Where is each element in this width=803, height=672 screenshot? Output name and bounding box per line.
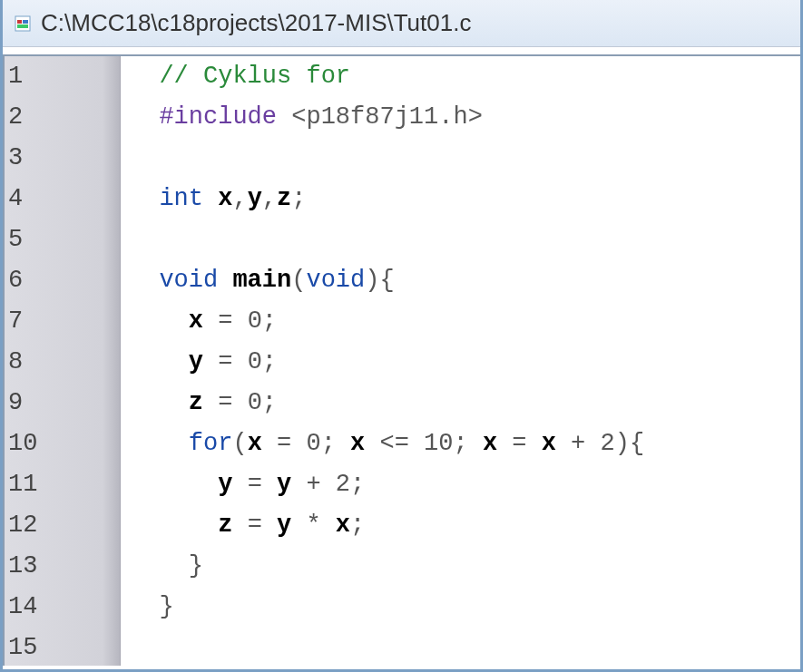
- code-line[interactable]: for(x = 0; x <= 10; x = x + 2){: [121, 424, 800, 464]
- code-line[interactable]: [121, 138, 800, 179]
- function-name-token: main: [232, 267, 291, 294]
- line-number: 13: [5, 546, 120, 587]
- line-number: 9: [5, 383, 120, 424]
- line-number: 6: [5, 260, 120, 301]
- code-line[interactable]: y = 0;: [121, 342, 800, 383]
- document-icon: [14, 15, 32, 33]
- code-line[interactable]: }: [121, 546, 800, 587]
- svg-rect-3: [17, 24, 28, 28]
- svg-rect-1: [17, 20, 22, 24]
- window-title: C:\MCC18\c18projects\2017-MIS\Tut01.c: [41, 9, 471, 37]
- keyword-token: int: [159, 185, 203, 212]
- editor-window: C:\MCC18\c18projects\2017-MIS\Tut01.c 1 …: [0, 0, 803, 672]
- line-number: 5: [5, 219, 120, 260]
- line-number: 1: [5, 56, 120, 97]
- svg-rect-2: [23, 20, 28, 24]
- line-number: 14: [5, 587, 120, 628]
- code-line[interactable]: y = y + 2;: [121, 464, 800, 505]
- line-number: 8: [5, 342, 120, 383]
- code-line[interactable]: [121, 219, 800, 260]
- code-line[interactable]: void main(void){: [121, 260, 800, 301]
- code-line[interactable]: #include <p18f87j11.h>: [121, 97, 800, 138]
- comment-token: // Cyklus for: [159, 63, 350, 90]
- code-line[interactable]: x = 0;: [121, 301, 800, 342]
- line-number: 4: [5, 179, 120, 219]
- line-number: 10: [5, 424, 120, 464]
- line-number: 2: [5, 97, 120, 138]
- line-number-gutter: 1 2 3 4 5 6 7 8 9 10 11 12 13 14 15: [5, 56, 121, 666]
- code-line[interactable]: // Cyklus for: [121, 56, 800, 97]
- code-line[interactable]: int x,y,z;: [121, 179, 800, 219]
- keyword-token: for: [189, 430, 233, 457]
- line-number: 12: [5, 505, 120, 546]
- code-line[interactable]: z = 0;: [121, 383, 800, 424]
- keyword-token: void: [159, 267, 218, 294]
- line-number: 3: [5, 138, 120, 179]
- code-line[interactable]: z = y * x;: [121, 505, 800, 546]
- preproc-token: #include: [159, 103, 277, 131]
- line-number: 15: [5, 628, 120, 668]
- code-editor[interactable]: 1 2 3 4 5 6 7 8 9 10 11 12 13 14 15 // C…: [3, 54, 800, 666]
- code-text-area[interactable]: // Cyklus for #include <p18f87j11.h> int…: [121, 56, 800, 666]
- line-number: 7: [5, 301, 120, 342]
- include-file-token: <p18f87j11.h>: [291, 103, 483, 131]
- code-line[interactable]: }: [121, 587, 800, 628]
- line-number: 11: [5, 464, 120, 505]
- titlebar[interactable]: C:\MCC18\c18projects\2017-MIS\Tut01.c: [3, 0, 800, 47]
